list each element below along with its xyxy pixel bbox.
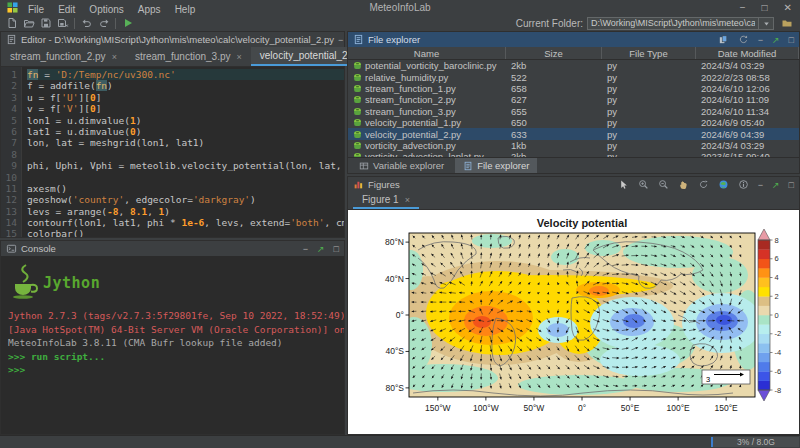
table-row[interactable]: velocity_potential_2.py633py2024/6/9 04:… <box>348 128 799 139</box>
maximize-panel-button[interactable]: □ <box>789 180 794 190</box>
folder-dropdown-button[interactable] <box>759 17 774 30</box>
column-header-name[interactable]: Name <box>348 47 506 59</box>
table-row[interactable]: relative_humidity.py522py2022/2/23 08:58 <box>348 71 799 82</box>
file-type: py <box>602 106 696 117</box>
python-file-icon <box>353 73 362 82</box>
table-row[interactable]: vorticity_advection.py1kbpy2024/3/4 03:2… <box>348 140 799 151</box>
figure-plot-area[interactable]: Velocity potential3150°W100°W50°W0°50°E1… <box>348 210 799 434</box>
undo-button[interactable] <box>78 16 95 31</box>
code-line[interactable]: lon, lat = meshgrid(lon1, lat1) <box>27 137 344 148</box>
line-number: 1 <box>1 69 17 80</box>
window-minimize-button[interactable]: − <box>740 0 746 15</box>
table-row[interactable]: potential_vorticity_baroclinic.py2kbpy20… <box>348 60 799 71</box>
pan-hand-button[interactable] <box>678 179 689 190</box>
y-tick-label: 80°S <box>385 383 404 393</box>
tab-variable-explorer[interactable]: Variable explorer <box>351 158 452 173</box>
maximize-panel-button[interactable]: □ <box>789 35 794 45</box>
maximize-panel-button[interactable]: □ <box>334 244 339 254</box>
close-icon[interactable]: × <box>405 195 410 205</box>
file-name: stream_function_1.py <box>365 83 456 94</box>
y-tick-label: 0° <box>396 310 404 320</box>
minimize-panel-button[interactable]: − <box>338 35 343 45</box>
globe-icon <box>718 179 729 190</box>
close-icon[interactable]: × <box>112 52 117 62</box>
file-page-icon <box>353 34 364 45</box>
close-icon[interactable]: × <box>237 52 242 62</box>
float-panel-button[interactable]: ↗ <box>772 180 780 190</box>
menu-file[interactable]: File <box>21 4 51 15</box>
file-size: 655 <box>506 106 602 117</box>
identify-button[interactable] <box>738 179 749 190</box>
figures-panel: Figures −↗□ Figure 1 × Velocity potentia… <box>347 176 800 435</box>
menu-apps[interactable]: Apps <box>131 4 168 15</box>
code-line[interactable]: colorbar() <box>27 228 344 237</box>
window-maximize-button[interactable]: □ <box>762 0 768 15</box>
memory-usage-indicator[interactable]: 3% / 8.0G <box>711 437 799 447</box>
zoom-in-button[interactable] <box>638 179 649 190</box>
select-arrow-button[interactable] <box>618 179 629 190</box>
figure-tab-label: Figure 1 <box>362 194 399 205</box>
save-as-button[interactable] <box>54 16 71 31</box>
code-line[interactable] <box>27 149 344 160</box>
console-output[interactable]: Jython Jython 2.7.3 (tags/v2.7.3:5f29801… <box>1 256 344 434</box>
code-line[interactable]: lat1 = u.dimvalue(0) <box>27 126 344 137</box>
editor-tab-1[interactable]: stream_function_3.py× <box>126 47 251 66</box>
menu-options[interactable]: Options <box>82 4 130 15</box>
column-header-date-modified[interactable]: Date Modified <box>696 47 799 59</box>
code-line[interactable]: contourf(lon1, lat1, phi * 1e-6, levs, e… <box>27 217 344 228</box>
float-panel-button[interactable]: ↗ <box>772 35 780 45</box>
tab-figure-1[interactable]: Figure 1 × <box>353 194 419 209</box>
column-header-file-type[interactable]: File Type <box>602 47 696 59</box>
code-line[interactable] <box>27 172 344 183</box>
code-line[interactable]: levs = arange(-8, 8.1, 1) <box>27 206 344 217</box>
rotate-button[interactable] <box>698 179 709 190</box>
save-button[interactable] <box>37 16 54 31</box>
column-header-size[interactable]: Size <box>506 47 602 59</box>
code-line[interactable]: f = addfile(fn) <box>27 80 344 91</box>
file-date: 2024/6/10 11:34 <box>696 106 799 117</box>
file-name: stream_function_3.py <box>365 106 456 117</box>
file-date: 2024/6/9 05:40 <box>696 117 799 128</box>
menu-help[interactable]: Help <box>168 4 203 15</box>
colorbar-tick-label: 0 <box>775 311 779 320</box>
minimize-panel-button[interactable]: − <box>758 35 763 45</box>
code-line[interactable]: fn = 'D:/Temp/nc/uv300.nc' <box>27 69 344 80</box>
editor-tab-0[interactable]: stream_function_2.py× <box>1 47 126 66</box>
zoom-out-button[interactable] <box>658 179 669 190</box>
code-text[interactable]: fn = 'D:/Temp/nc/uv300.nc'f = addfile(fn… <box>22 67 344 237</box>
copy-file-button[interactable] <box>718 34 729 45</box>
minimize-panel-button[interactable]: − <box>303 244 308 254</box>
open-folder-button[interactable] <box>20 16 37 31</box>
new-file-button[interactable] <box>3 16 20 31</box>
browse-folder-button[interactable] <box>778 16 795 31</box>
run-script-button[interactable] <box>119 16 136 31</box>
redo-button[interactable] <box>95 16 112 31</box>
python-file-icon <box>353 141 362 150</box>
code-line[interactable]: lon1 = u.dimvalue(1) <box>27 115 344 126</box>
globe-button[interactable] <box>718 179 729 190</box>
python-file-icon <box>353 84 362 93</box>
velocity-potential-figure[interactable]: Velocity potential3150°W100°W50°W0°50°E1… <box>348 210 799 432</box>
code-line[interactable]: phi, Uphi, Vphi = meteolib.velocity_pote… <box>27 160 344 171</box>
refresh-button[interactable] <box>738 34 749 45</box>
code-line[interactable]: geoshow('country', edgecolor='darkgray') <box>27 194 344 205</box>
table-row[interactable]: stream_function_3.py655py2024/6/10 11:34 <box>348 106 799 117</box>
code-line[interactable]: u = f['U'][0] <box>27 92 344 103</box>
minimize-panel-button[interactable]: − <box>758 180 763 190</box>
table-row[interactable]: velocity_potential_1.py650py2024/6/9 05:… <box>348 117 799 128</box>
tab-file-explorer[interactable]: File explorer <box>455 158 537 173</box>
code-line[interactable]: v = f['V'][0] <box>27 103 344 114</box>
menu-edit[interactable]: Edit <box>51 4 82 15</box>
code-line[interactable]: axesm() <box>27 183 344 194</box>
window-close-button[interactable]: ✕ <box>784 0 792 15</box>
current-folder-input[interactable] <box>587 17 759 30</box>
table-row[interactable]: stream_function_1.py658py2024/6/10 12:06 <box>348 83 799 94</box>
editor-panel-title: Editor - D:\Working\MIScript\Jython\mis\… <box>21 34 334 45</box>
table-row[interactable]: stream_function_2.py627py2024/6/10 11:09 <box>348 94 799 105</box>
file-size: 2kb <box>506 60 602 71</box>
float-panel-button[interactable]: ↗ <box>317 244 325 254</box>
line-number: 7 <box>1 137 17 148</box>
line-number: 12 <box>1 194 17 205</box>
python-file-icon <box>353 95 362 104</box>
code-editor[interactable]: 123456789101112131415 fn = 'D:/Temp/nc/u… <box>1 67 344 237</box>
